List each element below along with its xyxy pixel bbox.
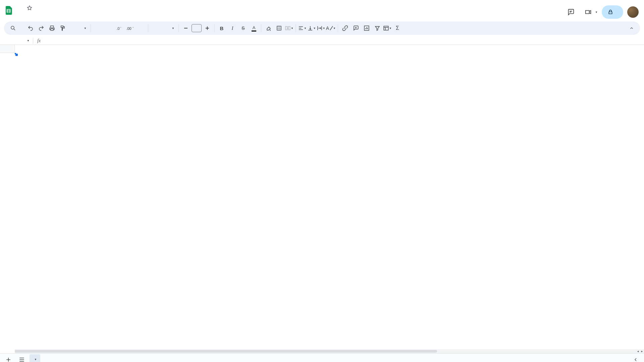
currency-button[interactable] [93, 23, 103, 33]
zoom-select[interactable]: ▼ [68, 27, 89, 30]
font-size-decrease[interactable] [181, 23, 191, 33]
selection-handle[interactable] [15, 54, 18, 56]
functions-icon[interactable]: Σ [392, 23, 402, 33]
chevron-down-icon[interactable]: ▼ [595, 11, 598, 14]
insert-comment-icon[interactable] [351, 23, 361, 33]
menu-bar [18, 12, 564, 20]
filter-views-button[interactable]: ▼ [383, 25, 392, 31]
menu-help[interactable] [56, 15, 60, 18]
chevron-down-icon: ▼ [84, 27, 87, 30]
h-align-button[interactable]: ▼ [298, 25, 307, 31]
percent-button[interactable] [104, 23, 114, 33]
share-button[interactable] [602, 5, 623, 19]
all-sheets-button[interactable] [16, 355, 28, 362]
account-avatar[interactable] [627, 6, 639, 18]
toolbar: ▼ .0← .00→ ▼ B I S A ▼ ▼ ▼ ▼ A▼ [4, 21, 640, 35]
rotate-button[interactable]: A▼ [326, 25, 336, 31]
cells-viewport[interactable] [15, 53, 644, 353]
undo-icon[interactable] [25, 23, 36, 33]
cell-selection [15, 53, 16, 54]
title-area [18, 4, 564, 20]
add-sheet-button[interactable] [3, 355, 14, 362]
formula-input[interactable] [43, 38, 644, 43]
v-align-button[interactable]: ▼ [307, 25, 316, 31]
horizontal-scrollbar[interactable] [15, 349, 636, 353]
chevron-down-icon: ▼ [172, 27, 174, 30]
sheets-logo-icon[interactable] [3, 5, 17, 19]
search-icon[interactable] [8, 23, 18, 33]
video-icon[interactable] [582, 5, 595, 19]
link-icon[interactable] [340, 23, 350, 33]
italic-button[interactable]: I [227, 23, 237, 33]
menu-format[interactable] [37, 15, 42, 18]
fx-icon: fx [37, 38, 41, 44]
paint-format-icon[interactable] [58, 23, 68, 33]
scroll-right-icon[interactable]: ► [640, 349, 644, 353]
scroll-left-icon[interactable]: ◄ [636, 349, 640, 353]
menu-extensions[interactable] [51, 15, 56, 18]
svg-point-1 [11, 26, 14, 29]
borders-button[interactable] [274, 23, 284, 33]
merge-cells-button[interactable]: ▼ [285, 25, 293, 31]
strikethrough-button[interactable]: S [238, 23, 248, 33]
scrollbar-thumb[interactable] [15, 350, 437, 353]
row-headers[interactable] [0, 53, 15, 353]
docs-header: ▼ [0, 0, 644, 21]
format-123-button[interactable] [136, 23, 146, 33]
print-icon[interactable] [47, 23, 57, 33]
menu-tools[interactable] [46, 15, 51, 18]
document-title[interactable] [18, 7, 22, 9]
fill-color-button[interactable] [263, 23, 273, 33]
font-size-input[interactable] [192, 24, 202, 32]
insert-chart-icon[interactable] [362, 23, 372, 33]
filter-icon[interactable] [372, 23, 382, 33]
sheet-tab[interactable]: ▼ [30, 354, 40, 362]
bold-button[interactable]: B [217, 23, 227, 33]
name-box[interactable]: ▼ [3, 38, 32, 43]
star-icon[interactable] [25, 3, 34, 13]
font-family-select[interactable]: ▼ [150, 27, 176, 30]
decrease-decimal-button[interactable]: .0← [114, 23, 124, 33]
menu-view[interactable] [28, 15, 32, 18]
collapse-toolbar-icon[interactable] [627, 23, 637, 33]
font-size-increase[interactable] [202, 23, 212, 33]
chevron-down-icon[interactable]: ▼ [27, 39, 30, 42]
menu-data[interactable] [42, 15, 46, 18]
menu-file[interactable] [18, 15, 23, 18]
chevron-down-icon[interactable]: ▼ [34, 358, 37, 361]
select-all-corner[interactable] [0, 45, 15, 53]
name-box-input[interactable] [3, 38, 19, 43]
comments-icon[interactable] [564, 5, 578, 19]
wrap-button[interactable]: ▼ [317, 25, 325, 31]
menu-edit[interactable] [23, 15, 28, 18]
lock-icon [608, 9, 613, 15]
svg-rect-4 [384, 26, 388, 30]
redo-icon[interactable] [36, 23, 46, 33]
spreadsheet-grid: ◄ ► [0, 45, 644, 353]
menu-insert[interactable] [32, 15, 37, 18]
sheet-tab-bar: ▼ [0, 353, 644, 362]
sidepanel-toggle-icon[interactable] [630, 355, 641, 362]
meet-button[interactable]: ▼ [582, 5, 598, 19]
chevron-down-icon: ▼ [291, 27, 293, 30]
text-color-button[interactable]: A [249, 23, 259, 33]
formula-bar: ▼ fx [0, 37, 644, 45]
increase-decimal-button[interactable]: .00→ [125, 23, 135, 33]
